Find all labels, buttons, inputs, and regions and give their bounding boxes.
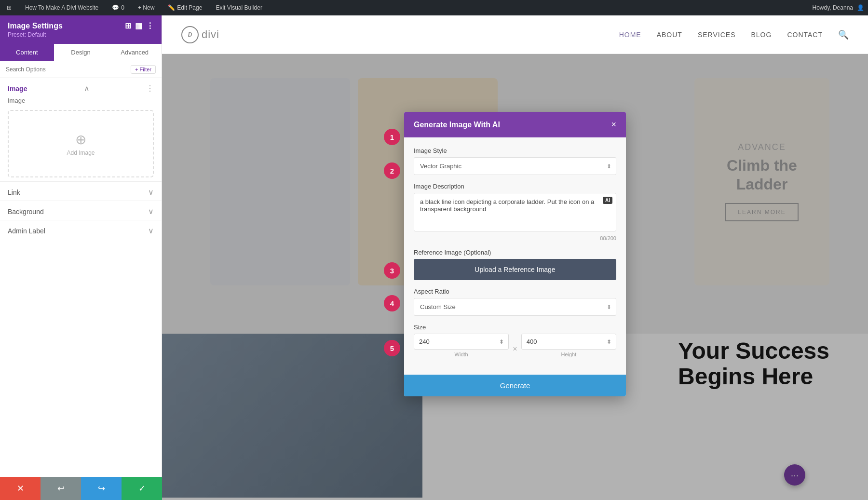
site-body: Advance Climb the Ladder LEARN MORE Your… [162,54,868,500]
edit-page-label: Edit Page [177,4,202,11]
site-name-item[interactable]: How To Make A Divi Website [22,0,101,15]
cancel-icon: ✕ [17,483,24,494]
size-label: Size [414,324,616,331]
redo-button[interactable]: ↪ [81,477,122,500]
nav-blog[interactable]: BLOG [751,31,772,39]
image-section-header[interactable]: Image ∧ ⋮ [0,78,162,97]
step-2-badge: 2 [384,162,400,179]
columns-icon[interactable]: ▦ [135,21,142,30]
admin-bar: ⊞ How To Make A Divi Website 💬 0 + New ✏… [0,0,868,15]
more-icon[interactable]: ⋮ [146,21,154,30]
exit-builder-item[interactable]: Exit Visual Builder [213,0,265,15]
modal: Generate Image With AI × Image Style Vec… [404,112,626,396]
nav-about[interactable]: ABOUT [657,31,682,39]
new-item[interactable]: + New [135,0,157,15]
link-section-title: Link [8,189,20,196]
save-icon: ✓ [138,483,146,494]
tab-design[interactable]: Design [54,44,108,61]
modal-close-button[interactable]: × [611,120,616,130]
step-4-number: 4 [390,299,394,308]
search-bar: + Filter [0,61,162,78]
size-group: Size ⬍ Width × [414,324,616,357]
filter-button[interactable]: + Filter [131,65,156,74]
image-style-select-wrapper: Vector Graphic Photorealistic Illustrati… [414,157,616,175]
tab-design-label: Design [71,49,90,56]
step-1-number: 1 [390,133,394,141]
add-image-label: Add Image [67,149,95,156]
height-input-wrapper: ⬍ [521,334,616,350]
edit-icon: ✏️ [168,4,175,11]
save-button[interactable]: ✓ [122,477,162,500]
edit-page-item[interactable]: ✏️ Edit Page [165,0,205,15]
undo-button[interactable]: ↩ [41,477,81,500]
nav-services[interactable]: SERVICES [698,31,736,39]
upload-reference-button[interactable]: Upload a Reference Image [414,259,616,280]
admin-label-section-header[interactable]: Admin Label ∨ [0,220,162,239]
comment-count: 0 [121,4,124,11]
aspect-ratio-select-wrapper: Custom Size Square (1:1) Landscape (16:9… [414,298,616,316]
step-5-number: 5 [390,344,394,352]
nav-home[interactable]: HOME [619,31,641,39]
step-4-badge: 4 [384,295,400,311]
aspect-ratio-select[interactable]: Custom Size Square (1:1) Landscape (16:9… [414,298,616,316]
image-section-menu[interactable]: ⋮ [146,84,154,93]
wp-logo-item[interactable]: ⊞ [4,0,14,15]
modal-body: Image Style Vector Graphic Photorealisti… [404,137,626,375]
width-label: Width [414,351,509,357]
site-header: D divi HOME ABOUT SERVICES BLOG CONTACT … [162,15,868,54]
modal-overlay: 1 2 3 4 5 Generate Image With AI [162,54,868,500]
panel-header: Image Settings ⊞ ▦ ⋮ Preset: Default [0,15,162,44]
image-description-wrapper: a black line icon depicting a corporate … [414,193,616,233]
cancel-button[interactable]: ✕ [0,477,41,500]
wp-logo-icon: ⊞ [7,4,12,11]
image-description-group: Image Description a black line icon depi… [414,183,616,241]
admin-label-section: Admin Label ∨ [0,220,162,239]
ai-badge: AI [603,197,612,204]
image-description-label: Image Description [414,183,616,190]
step-5-badge: 5 [384,340,400,356]
background-section-toggle: ∨ [148,207,154,216]
image-style-select[interactable]: Vector Graphic Photorealistic Illustrati… [414,157,616,175]
divi-text: divi [202,28,219,41]
image-section-toggle: ∧ [84,84,90,93]
tab-content[interactable]: Content [0,44,54,61]
fullscreen-icon[interactable]: ⊞ [125,21,131,30]
image-style-label: Image Style [414,147,616,154]
exit-builder-label: Exit Visual Builder [216,4,262,11]
width-input[interactable] [414,334,509,350]
image-description-textarea[interactable]: a black line icon depicting a corporate … [414,193,616,231]
size-row: ⬍ Width × ⬍ Height [414,334,616,357]
undo-icon: ↩ [57,483,65,494]
background-section-header[interactable]: Background ∨ [0,201,162,220]
image-subsection: Image [0,97,162,106]
image-upload-area[interactable]: ⊕ Add Image [8,110,154,177]
size-separator-icon: × [513,345,517,357]
panel-tabs: Content Design Advanced [0,44,162,61]
step-1-badge: 1 [384,129,400,145]
divi-circle-icon: D [181,26,199,43]
comment-item[interactable]: 💬 0 [109,0,127,15]
redo-icon: ↪ [98,483,105,494]
howdy-label: Howdy, Deanna [813,4,854,11]
reference-image-group: Reference Image (Optional) Upload a Refe… [414,249,616,280]
height-wrapper: ⬍ Height [521,334,616,357]
main-content: D divi HOME ABOUT SERVICES BLOG CONTACT … [162,15,868,500]
tab-advanced[interactable]: Advanced [108,44,162,61]
generate-button[interactable]: Generate [404,375,626,396]
site-name-label: How To Make A Divi Website [25,4,98,11]
width-wrapper: ⬍ Width [414,334,509,357]
height-input[interactable] [521,334,616,350]
tab-content-label: Content [16,49,38,56]
site-logo: D divi [181,26,219,43]
background-section: Background ∨ [0,201,162,220]
image-style-group: Image Style Vector Graphic Photorealisti… [414,147,616,175]
search-icon[interactable]: 🔍 [838,29,849,40]
step-3-badge: 3 [384,262,400,279]
link-section-header[interactable]: Link ∨ [0,182,162,201]
nav-contact[interactable]: CONTACT [787,31,823,39]
panel-icons: ⊞ ▦ ⋮ [125,21,154,30]
admin-label-section-title: Admin Label [8,227,45,235]
panel-subtitle: Preset: Default [8,31,154,38]
search-input[interactable] [6,66,127,73]
admin-bar-right: Howdy, Deanna 👤 [813,4,865,11]
